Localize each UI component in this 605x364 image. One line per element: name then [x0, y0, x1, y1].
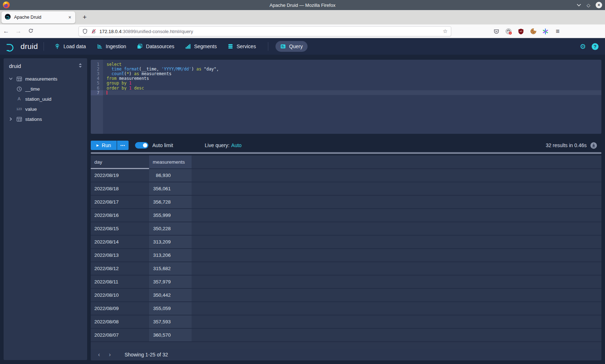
bookmark-star-icon[interactable]: ☆ [443, 28, 448, 35]
tree-item-measurements[interactable]: measurements [4, 74, 87, 84]
column-header-measurements[interactable]: measurements [149, 155, 192, 168]
results-rows: 2022/08/1986,9302022/08/18356,0612022/08… [91, 169, 601, 342]
tab-strip: Apache Druid × + [0, 10, 605, 24]
line-number: 7 [91, 90, 103, 95]
line-number: 2 [91, 67, 103, 72]
tree-item-label: stations [25, 117, 42, 122]
cell-measurements[interactable]: 355,059 [149, 302, 192, 315]
table-row: 2022/08/15350,228 [91, 222, 601, 236]
cell-day[interactable]: 2022/08/07 [91, 329, 149, 341]
tree-item-value[interactable]: 123value [4, 104, 87, 114]
cell-day[interactable]: 2022/08/12 [91, 262, 149, 275]
cell-measurements[interactable]: 360,570 [149, 329, 192, 341]
auto-limit-toggle[interactable] [135, 142, 148, 149]
insecure-lock-icon[interactable] [91, 28, 97, 34]
line-number: 6 [91, 86, 103, 91]
cell-measurements[interactable]: 350,442 [149, 289, 192, 301]
browser-toolbar: ← → 172.18.0.4:30899/unified-console.htm… [0, 24, 605, 38]
run-more-button[interactable]: ••• [117, 141, 129, 150]
line-number: 3 [91, 71, 103, 76]
cell-day[interactable]: 2022/08/10 [91, 289, 149, 301]
nav-item-ingestion[interactable]: Ingestion [92, 41, 131, 52]
cell-measurements[interactable]: 86,930 [149, 169, 192, 182]
column-header-day[interactable]: day [91, 155, 149, 168]
editor-line: 2 time_format(__time, 'YYYY/MM/dd') as "… [91, 67, 601, 71]
sql-editor[interactable]: 1select2 time_format(__time, 'YYYY/MM/dd… [91, 60, 601, 134]
editor-line: 7 [91, 90, 601, 95]
chevron-down-icon[interactable] [9, 77, 13, 81]
cell-day[interactable]: 2022/08/09 [91, 302, 149, 315]
extension-icon[interactable]: ✕ [504, 27, 514, 36]
services-icon [228, 44, 233, 49]
code-text: time_format(__time, 'YYYY/MM/dd') as "da… [103, 67, 219, 72]
play-icon: ▶ [97, 144, 99, 147]
cell-day[interactable]: 2022/08/14 [91, 236, 149, 248]
cell-day[interactable]: 2022/08/11 [91, 276, 149, 288]
table-row: 2022/08/07360,570 [91, 329, 601, 342]
cell-day[interactable]: 2022/08/17 [91, 196, 149, 208]
table-row: 2022/08/1986,930 [91, 169, 601, 182]
tree-item-stations[interactable]: stations [4, 114, 87, 124]
cell-day[interactable]: 2022/08/16 [91, 209, 149, 222]
cell-measurements[interactable]: 357,593 [149, 315, 192, 328]
url-bar[interactable]: 172.18.0.4:30899/unified-console.html#qu… [79, 26, 451, 36]
nav-item-label: Query [289, 44, 303, 49]
header-divider [44, 42, 44, 51]
workspace: druid measurements__timeAstation_uuid123… [0, 55, 605, 364]
nav-item-datasources[interactable]: Datasources [132, 41, 179, 52]
pagination-footer: ‹ › Showing 1-25 of 32 [91, 349, 601, 360]
cell-day[interactable]: 2022/08/19 [91, 169, 149, 182]
cell-measurements[interactable]: 350,228 [149, 222, 192, 235]
help-icon[interactable]: ? [592, 43, 599, 50]
shield-icon[interactable] [82, 28, 88, 34]
download-icon[interactable] [590, 142, 597, 149]
cell-measurements[interactable]: 315,682 [149, 262, 192, 275]
next-page-button[interactable]: › [104, 351, 115, 358]
nav-item-load-data[interactable]: Load data [50, 41, 90, 52]
cell-measurements[interactable]: 356,728 [149, 196, 192, 208]
ublock-shield-icon[interactable]: uO [516, 27, 526, 36]
cell-measurements[interactable]: 356,061 [149, 182, 192, 195]
tree-item-__time[interactable]: __time [4, 84, 87, 94]
schema-tree: measurements__timeAstation_uuid123values… [4, 74, 87, 124]
nav-item-services[interactable]: Services [223, 41, 261, 52]
tree-item-station_uuid[interactable]: Astation_uuid [4, 94, 87, 104]
tab-close-icon[interactable]: × [68, 14, 72, 20]
pocket-icon[interactable] [492, 27, 501, 36]
cell-day[interactable]: 2022/08/08 [91, 315, 149, 328]
nav-item-label: Ingestion [106, 44, 126, 49]
window-maximize-icon[interactable]: ◇ [587, 3, 590, 8]
prev-page-button[interactable]: ‹ [94, 351, 104, 358]
nav-item-segments[interactable]: Segments [180, 41, 221, 52]
cell-day[interactable]: 2022/08/18 [91, 182, 149, 195]
schema-selector[interactable]: druid [4, 58, 87, 72]
live-query-value[interactable]: Auto [231, 142, 242, 148]
more-icon: ••• [120, 144, 125, 147]
load-data-icon [54, 44, 60, 49]
asterisk-extension-icon[interactable] [541, 27, 550, 36]
cell-measurements[interactable]: 357,979 [149, 276, 192, 288]
cell-measurements[interactable]: 355,999 [149, 209, 192, 222]
reload-icon[interactable] [24, 27, 37, 35]
cookie-icon[interactable] [528, 27, 538, 36]
editor-line: 4from measurements [91, 76, 601, 81]
panel-resize-handle[interactable] [91, 152, 601, 154]
cell-day[interactable]: 2022/08/13 [91, 249, 149, 261]
cell-measurements[interactable]: 313,206 [149, 249, 192, 261]
editor-line: 1select [91, 62, 601, 67]
cell-day[interactable]: 2022/08/15 [91, 222, 149, 235]
svg-text:✕: ✕ [510, 32, 511, 34]
new-tab-button[interactable]: + [80, 13, 90, 21]
run-button[interactable]: ▶ Run [91, 141, 117, 150]
back-icon[interactable]: ← [0, 28, 12, 35]
chevron-right-icon[interactable] [9, 117, 13, 121]
cell-measurements[interactable]: 313,209 [149, 236, 192, 248]
window-minimize-icon[interactable] [577, 4, 581, 6]
double-caret-icon[interactable] [78, 63, 82, 69]
druid-logo[interactable]: druid [6, 41, 38, 52]
tab-apache-druid[interactable]: Apache Druid × [1, 12, 75, 23]
nav-item-query[interactable]: Query [275, 41, 308, 52]
gear-icon[interactable]: ⚙ [580, 43, 586, 50]
menu-icon[interactable]: ≡ [553, 27, 563, 36]
window-close-icon[interactable]: × [596, 2, 602, 8]
